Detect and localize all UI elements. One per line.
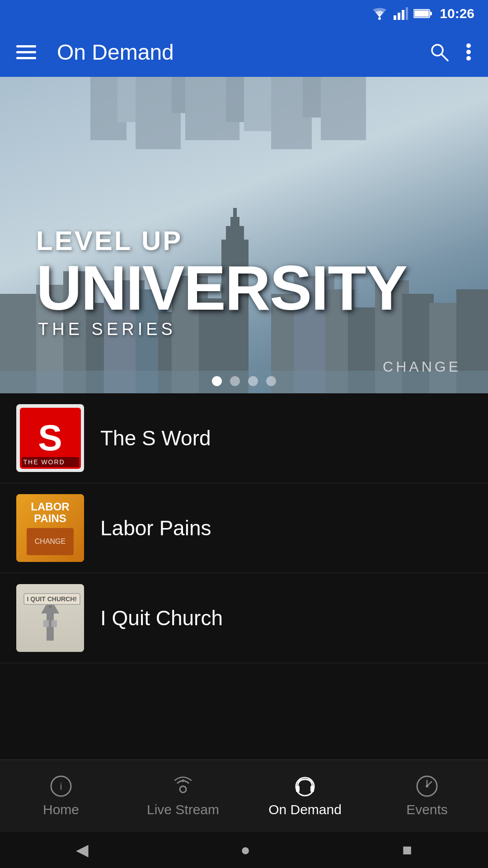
on-demand-icon	[293, 775, 317, 797]
nav-item-live-stream[interactable]: Live Stream	[122, 768, 244, 825]
bottom-nav: i Home Live Stream On Demand	[0, 760, 488, 832]
nav-item-events[interactable]: Events	[366, 768, 488, 825]
svg-rect-1	[394, 15, 396, 20]
hero-brand: CHANGE	[383, 359, 461, 375]
content-title-s-word: The S Word	[100, 426, 211, 450]
svg-point-10	[466, 43, 471, 48]
status-time: 10:26	[440, 6, 474, 21]
svg-rect-6	[430, 12, 432, 15]
nav-item-home[interactable]: i Home	[0, 768, 122, 825]
status-bar: 10:26	[0, 0, 488, 27]
hero-levelup: LEVEL UP	[36, 225, 452, 256]
hero-university: UNIVERSITY	[36, 256, 452, 320]
android-nav-bar: ◀ ● ■	[0, 832, 488, 868]
svg-point-52	[180, 786, 186, 793]
svg-rect-44	[321, 77, 366, 140]
top-bar-actions	[429, 42, 472, 62]
events-icon	[416, 775, 438, 797]
hamburger-menu[interactable]	[16, 45, 36, 59]
content-title-i-quit-church: I Quit Church	[100, 606, 223, 630]
search-icon	[429, 42, 449, 62]
hero-carousel-dots	[0, 376, 488, 386]
content-list: S THE WORD The S Word LABOR PAINS CHANGE	[0, 393, 488, 663]
svg-rect-2	[398, 13, 400, 20]
svg-rect-4	[406, 7, 408, 20]
hero-title-block: LEVEL UP UNIVERSITY THE SERIES	[36, 225, 452, 339]
svg-rect-56	[310, 786, 314, 792]
more-options-button[interactable]	[465, 42, 472, 62]
battery-icon	[413, 9, 432, 19]
live-stream-icon	[171, 775, 195, 797]
search-button[interactable]	[429, 42, 449, 62]
content-item-labor-pains[interactable]: LABOR PAINS CHANGE Labor Pains	[0, 483, 488, 573]
nav-label-home: Home	[43, 802, 79, 817]
carousel-dot-3[interactable]	[248, 376, 258, 386]
content-item-s-word[interactable]: S THE WORD The S Word	[0, 393, 488, 483]
content-title-labor-pains: Labor Pains	[100, 516, 211, 540]
svg-rect-16	[233, 208, 237, 219]
svg-line-9	[441, 54, 448, 61]
svg-rect-55	[296, 786, 300, 792]
svg-point-12	[466, 56, 471, 61]
svg-rect-3	[402, 10, 404, 20]
svg-rect-48	[43, 620, 49, 627]
top-bar: On Demand	[0, 27, 488, 77]
svg-line-59	[427, 782, 432, 786]
carousel-dot-4[interactable]	[266, 376, 276, 386]
svg-point-0	[378, 17, 381, 20]
svg-point-11	[466, 50, 471, 54]
android-back-button[interactable]: ◀	[76, 840, 89, 859]
nav-label-on-demand: On Demand	[268, 802, 342, 817]
carousel-dot-1[interactable]	[212, 376, 222, 386]
status-icons	[371, 7, 432, 20]
thumbnail-s-word: S THE WORD	[16, 404, 84, 472]
page-title: On Demand	[57, 40, 416, 65]
svg-text:i: i	[60, 781, 62, 792]
thumbnail-i-quit-church: I QUIT CHURCH!	[16, 584, 84, 652]
content-item-i-quit-church[interactable]: I QUIT CHURCH! I Quit Church	[0, 573, 488, 663]
svg-rect-49	[52, 620, 57, 627]
wifi-icon	[371, 7, 388, 20]
signal-icon	[394, 7, 408, 20]
android-recent-button[interactable]: ■	[402, 840, 412, 859]
svg-rect-7	[414, 10, 429, 17]
hero-banner[interactable]: LEVEL UP UNIVERSITY THE SERIES CHANGE	[0, 77, 488, 393]
thumbnail-labor-pains: LABOR PAINS CHANGE	[16, 494, 84, 562]
nav-label-live-stream: Live Stream	[147, 802, 219, 817]
carousel-dot-2[interactable]	[230, 376, 240, 386]
home-icon: i	[50, 775, 72, 797]
nav-label-events: Events	[406, 802, 448, 817]
more-options-icon	[465, 42, 472, 62]
nav-item-on-demand[interactable]: On Demand	[244, 768, 366, 825]
android-home-button[interactable]: ●	[240, 840, 250, 859]
